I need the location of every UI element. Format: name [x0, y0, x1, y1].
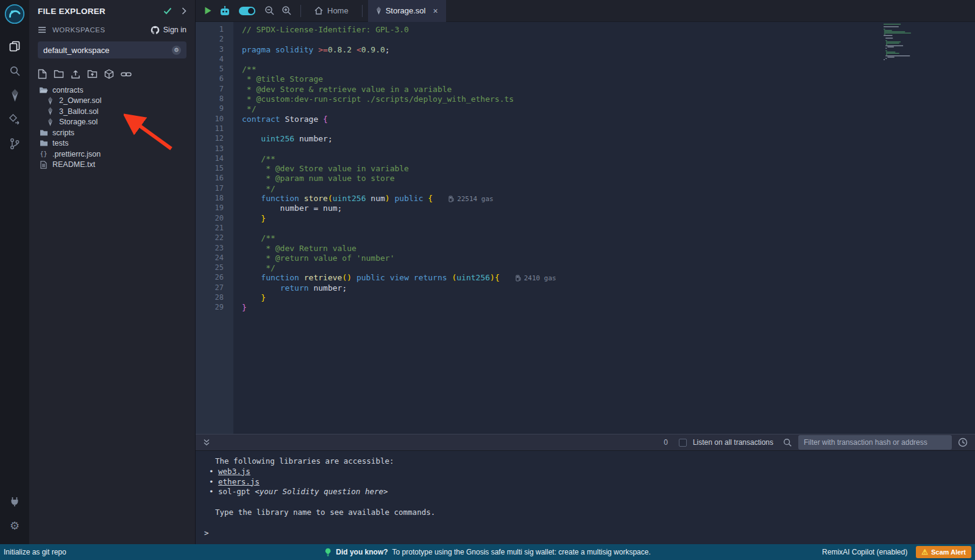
- icon-sidebar: ⚙: [0, 0, 29, 544]
- panel-title: FILE EXPLORER: [38, 7, 163, 16]
- upload-file-icon[interactable]: [71, 69, 80, 79]
- terminal-line: [204, 497, 975, 508]
- terminal-search-icon[interactable]: [783, 438, 792, 447]
- settings-gear-icon[interactable]: ⚙: [0, 514, 29, 538]
- solidity-icon: [46, 107, 55, 115]
- remix-ide-window: ⚙ FILE EXPLORER WORKSPACES Sign in: [0, 0, 975, 560]
- expand-terminal-icon[interactable]: [203, 439, 210, 446]
- plugin-manager-icon[interactable]: [0, 489, 29, 514]
- gas-estimate-badge[interactable]: 2410 gas: [516, 273, 556, 283]
- tree-item-label: Storage.sol: [59, 118, 98, 126]
- code-line-5: 5/**: [196, 65, 975, 74]
- terminal-line: • sol-gpt <your Solidity question here>: [204, 487, 975, 497]
- line-number: 6: [196, 74, 229, 84]
- upload-folder-icon[interactable]: [87, 69, 98, 79]
- ipfs-box-icon[interactable]: [104, 69, 114, 79]
- code-line-4: 4: [196, 55, 975, 65]
- remix-logo-icon[interactable]: [4, 4, 25, 27]
- copilot-toggle[interactable]: [239, 7, 255, 15]
- warning-icon: ⚠: [921, 548, 928, 556]
- link-icon[interactable]: [121, 71, 132, 77]
- folder-icon: [39, 140, 48, 147]
- code-line-1: 1// SPDX-License-Identifier: GPL-3.0: [196, 25, 975, 35]
- file-tree: contracts2_Owner.sol3_Ballot.solStorage.…: [29, 85, 195, 170]
- listen-all-transactions-checkbox[interactable]: [679, 439, 687, 447]
- workspaces-row: WORKSPACES Sign in: [29, 22, 195, 38]
- code-line-9: 9 */: [196, 104, 975, 114]
- github-icon: [151, 26, 160, 35]
- git-init-status[interactable]: Initialize as git repo: [4, 548, 66, 556]
- tree-item-prettierrc-json[interactable]: {}.prettierrc.json: [29, 149, 195, 160]
- code-line-23: 23 * @dev Return value: [196, 244, 975, 253]
- tree-item-2-owner-sol[interactable]: 2_Owner.sol: [29, 96, 195, 107]
- workspaces-menu-icon[interactable]: [38, 26, 46, 34]
- tree-item-storage-sol[interactable]: Storage.sol: [29, 117, 195, 128]
- status-bar: Initialize as git repo Did you know? To …: [0, 544, 975, 560]
- clock-icon[interactable]: [958, 438, 968, 447]
- file-explorer-panel: FILE EXPLORER WORKSPACES Sign in default…: [29, 0, 195, 544]
- line-number: 9: [196, 104, 229, 114]
- scam-alert-label: Scam Alert: [931, 548, 966, 556]
- code-line-15: 15 * @dev Store value in variable: [196, 164, 975, 174]
- code-line-12: 12 uint256 number;: [196, 134, 975, 144]
- git-icon[interactable]: [0, 132, 29, 156]
- solidity-icon: [46, 118, 55, 126]
- chevron-right-icon[interactable]: [182, 7, 186, 15]
- minimap[interactable]: [883, 23, 913, 62]
- workspace-name: default_workspace: [43, 46, 109, 55]
- sign-in-label: Sign in: [163, 26, 186, 34]
- tree-item-3-ballot-sol[interactable]: 3_Ballot.sol: [29, 106, 195, 117]
- tree-item-label: 2_Owner.sol: [59, 96, 101, 105]
- solidity-compiler-icon[interactable]: [0, 83, 29, 107]
- search-icon[interactable]: [0, 58, 29, 83]
- tree-item-contracts[interactable]: contracts: [29, 85, 195, 96]
- copilot-status[interactable]: RemixAI Copilot (enabled): [822, 548, 907, 556]
- close-tab-icon[interactable]: ×: [433, 6, 438, 16]
- scam-alert-badge[interactable]: ⚠ Scam Alert: [916, 546, 971, 558]
- zoom-in-button[interactable]: [278, 0, 295, 22]
- code-line-25: 25 */: [196, 263, 975, 273]
- tab-storage-sol[interactable]: Storage.sol ×: [368, 0, 446, 22]
- folder-open-icon: [39, 87, 48, 94]
- new-folder-icon[interactable]: [54, 69, 64, 79]
- zoom-out-button[interactable]: [261, 0, 278, 22]
- tab-home[interactable]: Home: [307, 0, 356, 22]
- check-icon[interactable]: [163, 7, 172, 15]
- line-number: 13: [196, 144, 229, 154]
- terminal-link[interactable]: web3.js: [218, 467, 250, 476]
- new-file-icon[interactable]: [38, 69, 47, 79]
- line-number: 28: [196, 293, 229, 303]
- status-right: RemixAI Copilot (enabled) ⚠ Scam Alert: [822, 546, 971, 558]
- line-number: 22: [196, 233, 229, 243]
- terminal-prompt: >: [204, 528, 975, 539]
- run-script-button[interactable]: [199, 0, 216, 22]
- gas-estimate-badge[interactable]: 22514 gas: [448, 194, 494, 204]
- workspace-options-icon[interactable]: ⚙: [172, 46, 181, 55]
- code-line-22: 22 /**: [196, 233, 975, 243]
- code-line-16: 16 * @param num value to store: [196, 174, 975, 183]
- deploy-run-icon[interactable]: [0, 107, 29, 132]
- line-number: 18: [196, 194, 229, 204]
- code-line-3: 3pragma solidity >=0.8.2 <0.9.0;: [196, 45, 975, 55]
- terminal[interactable]: The following libraries are accessible:•…: [196, 451, 975, 544]
- tree-item-label: .prettierrc.json: [52, 150, 101, 158]
- sign-in-button[interactable]: Sign in: [151, 26, 186, 35]
- line-number: 10: [196, 115, 229, 124]
- transaction-filter-input[interactable]: [798, 435, 952, 450]
- file-explorer-icon[interactable]: [0, 34, 29, 58]
- code-line-26: 26 function retrieve() public view retur…: [196, 273, 975, 283]
- code-editor[interactable]: 1// SPDX-License-Identifier: GPL-3.023pr…: [196, 22, 975, 434]
- toolbar-separator: [300, 5, 301, 17]
- workspace-select[interactable]: default_workspace ⚙: [38, 41, 186, 58]
- code-line-13: 13: [196, 144, 975, 154]
- tab-storage-label: Storage.sol: [386, 6, 426, 15]
- code-line-10: 10contract Storage {: [196, 115, 975, 124]
- ai-assistant-icon[interactable]: [216, 0, 233, 22]
- terminal-link[interactable]: ethers.js: [218, 477, 260, 486]
- line-number: 26: [196, 273, 229, 283]
- tree-item-readme-txt[interactable]: README.txt: [29, 160, 195, 171]
- terminal-line: The following libraries are accessible:: [204, 456, 975, 467]
- tree-item-scripts[interactable]: scripts: [29, 127, 195, 138]
- transaction-count: 0: [664, 438, 673, 447]
- tree-item-tests[interactable]: tests: [29, 138, 195, 149]
